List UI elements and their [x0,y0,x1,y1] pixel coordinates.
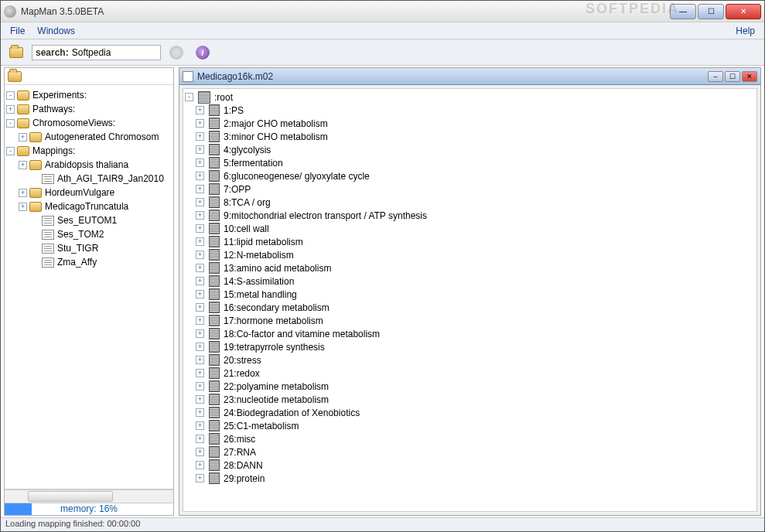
tree-expander[interactable]: + [196,198,204,206]
menu-help[interactable]: Help [729,24,761,38]
tree-item[interactable]: -Experiments: [6,88,172,102]
menu-windows[interactable]: Windows [31,24,81,38]
tree-expander[interactable]: - [185,93,193,101]
tree-item[interactable]: Ses_EUTOM1 [6,213,172,227]
titlebar[interactable]: MapMan 3.5.0BETA — ☐ ✕ [1,1,764,22]
window-close-button[interactable]: ✕ [726,4,761,19]
list-item[interactable]: +9:mitochondrial electron transport / AT… [185,209,755,222]
tree-expander[interactable]: + [196,474,204,483]
tree-expander[interactable]: + [196,237,204,246]
list-item[interactable]: +3:minor CHO metabolism [185,130,755,143]
tree-expander[interactable]: + [19,189,27,197]
tree-expander[interactable]: + [6,105,15,114]
tree-item[interactable]: +Pathways: [6,102,172,116]
tree-expander[interactable]: + [196,329,204,338]
category-list[interactable]: -:root+1:PS+2:major CHO metabolism+3:min… [183,89,756,511]
list-item[interactable]: +24:Biodegradation of Xenobiotics [185,406,755,419]
tree-expander[interactable]: + [19,203,27,211]
search-input[interactable] [72,47,157,58]
list-item[interactable]: +5:fermentation [185,156,755,169]
tree-expander[interactable]: + [196,290,204,298]
list-item[interactable]: +7:OPP [185,182,755,196]
tree-expander[interactable]: + [196,382,204,390]
list-item[interactable]: +2:major CHO metabolism [185,117,755,130]
tree-item[interactable]: Zma_Affy [6,255,172,269]
list-item-label: 29:protein [224,473,265,484]
sidebar-hscrollbar[interactable] [5,489,173,503]
tree-expander[interactable]: - [6,147,15,155]
tree-item[interactable]: Ses_TOM2 [6,227,172,241]
list-item[interactable]: +16:secondary metabolism [185,301,755,314]
list-item[interactable]: +29:protein [185,472,755,485]
tree-expander[interactable]: - [6,119,15,128]
tree-expander[interactable]: + [196,185,204,193]
navigation-tree[interactable]: -Experiments:+Pathways:-ChromosomeViews:… [5,85,173,489]
list-item[interactable]: +10:cell wall [185,222,755,235]
list-item[interactable]: +13:amino acid metabolism [185,261,755,275]
tree-expander[interactable]: + [196,435,204,443]
tree-item[interactable]: -ChromosomeViews: [6,116,172,130]
tree-expander[interactable]: + [196,132,204,141]
list-item[interactable]: +8:TCA / org [185,196,755,209]
list-item[interactable]: +4:glycolysis [185,143,755,156]
tree-expander[interactable]: + [196,408,204,417]
list-item[interactable]: +1:PS [185,104,755,117]
info-button[interactable]: i [192,43,213,63]
list-item[interactable]: +19:tetrapyrrole synthesis [185,340,755,353]
list-item[interactable]: +23:nucleotide metabolism [185,393,755,406]
refresh-button[interactable] [166,43,187,63]
window-maximize-button[interactable]: ☐ [698,4,724,19]
menu-file[interactable]: File [4,24,31,38]
tree-expander[interactable]: + [196,106,204,114]
list-item[interactable]: +15:metal handling [185,288,755,301]
list-item[interactable]: +12:N-metabolism [185,248,755,261]
list-item[interactable]: +26:misc [185,432,755,445]
tree-expander[interactable]: + [196,316,204,325]
tree-expander[interactable]: + [196,251,204,259]
tree-expander[interactable]: + [196,159,204,167]
tree-expander[interactable]: + [196,303,204,312]
tree-expander[interactable]: + [19,133,27,142]
open-folder-button[interactable] [5,43,27,63]
list-item[interactable]: +21:redox [185,367,755,380]
panel-close-button[interactable]: ✕ [742,71,757,82]
tree-item[interactable]: Ath_AGI_TAIR9_Jan2010 [6,172,172,186]
list-root[interactable]: -:root [185,90,755,104]
tree-expander[interactable]: + [196,343,204,351]
tree-expander[interactable]: + [196,448,204,456]
list-item[interactable]: +25:C1-metabolism [185,419,755,432]
tree-expander[interactable]: + [196,395,204,404]
tree-expander[interactable]: + [196,264,204,272]
list-item[interactable]: +18:Co-factor and vitamine metabolism [185,327,755,340]
tree-expander[interactable]: + [196,356,204,364]
tree-expander[interactable]: + [196,172,204,180]
tree-expander[interactable]: + [196,277,204,285]
tree-expander[interactable]: + [196,369,204,377]
list-item[interactable]: +11:lipid metabolism [185,235,755,248]
tree-expander[interactable]: + [196,421,204,430]
list-item[interactable]: +28:DANN [185,459,755,472]
list-item[interactable]: +6:gluconeogenese/ glyoxylate cycle [185,169,755,182]
list-item[interactable]: +20:stress [185,353,755,367]
tree-expander[interactable]: + [196,145,204,154]
panel-minimize-button[interactable]: – [708,71,723,82]
tree-item[interactable]: -Mappings: [6,144,172,158]
window-minimize-button[interactable]: — [670,4,696,19]
tree-expander[interactable]: + [196,461,204,469]
tree-item[interactable]: Stu_TIGR [6,241,172,255]
tree-expander[interactable]: + [19,161,27,169]
list-item[interactable]: +14:S-assimilation [185,275,755,288]
tree-expander[interactable]: + [196,224,204,233]
list-item[interactable]: +22:polyamine metabolism [185,380,755,393]
tree-item[interactable]: +Arabidopsis thaliana [6,158,172,172]
tree-expander[interactable]: + [196,119,204,128]
tree-item[interactable]: +MedicagoTruncatula [6,200,172,213]
list-item[interactable]: +17:hormone metabolism [185,314,755,327]
tree-expander[interactable]: + [196,211,204,220]
tree-item[interactable]: +HordeumVulgare [6,186,172,200]
tree-item[interactable]: +Autogenerated Chromosom [6,130,172,144]
list-item[interactable]: +27:RNA [185,445,755,459]
panel-titlebar[interactable]: Medicago16k.m02 – ☐ ✕ [179,68,760,85]
panel-maximize-button[interactable]: ☐ [725,71,740,82]
tree-expander[interactable]: - [6,91,15,100]
